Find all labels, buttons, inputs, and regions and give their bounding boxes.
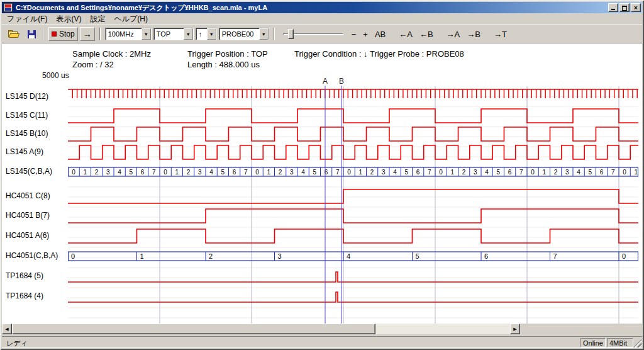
- trigger-position-select[interactable]: TOP▼: [153, 28, 194, 40]
- trigger-edge-value: ↑: [196, 28, 207, 40]
- svg-text:3: 3: [278, 252, 282, 260]
- svg-text:6: 6: [484, 252, 488, 260]
- run-arrow-icon: →: [83, 29, 92, 39]
- svg-text:1: 1: [451, 169, 455, 176]
- open-button[interactable]: [6, 27, 23, 41]
- horizontal-scrollbar: ◀ ▶: [2, 324, 642, 334]
- svg-text:2: 2: [209, 252, 213, 260]
- svg-text:7: 7: [336, 169, 340, 176]
- chevron-down-icon[interactable]: ▼: [207, 28, 216, 40]
- svg-text:3: 3: [474, 169, 477, 176]
- probe-select-value: PROBE00: [219, 28, 259, 40]
- svg-text:1: 1: [140, 252, 144, 260]
- clock-select-value: 100MHz: [106, 28, 142, 40]
- app-icon-detail: [5, 8, 11, 11]
- svg-text:A: A: [323, 77, 328, 86]
- svg-text:7: 7: [244, 169, 248, 176]
- channel-label-hc4051-b: HC4051 B(7): [6, 211, 50, 220]
- scroll-thumb[interactable]: [12, 324, 375, 334]
- zoom-slider-thumb[interactable]: [288, 29, 294, 39]
- menu-file[interactable]: ファイル(F): [3, 13, 52, 25]
- zoom-slider[interactable]: [283, 27, 343, 41]
- jump-b-left-button[interactable]: ←B: [417, 29, 436, 40]
- trigger-edge-select[interactable]: ↑▼: [196, 28, 217, 40]
- svg-text:1: 1: [267, 169, 271, 176]
- svg-text:1: 1: [84, 169, 87, 176]
- svg-text:4: 4: [118, 169, 121, 176]
- scroll-left-button[interactable]: ◀: [2, 324, 12, 334]
- info-zoom: Zoom : / 32: [72, 60, 114, 69]
- svg-text:2: 2: [187, 169, 191, 176]
- svg-text:6: 6: [416, 169, 420, 176]
- info-trigger-position: Trigger Position : TOP: [187, 49, 268, 59]
- channel-label-ls145-a: LS145 A(9): [6, 147, 43, 156]
- stop-button[interactable]: Stop: [48, 27, 78, 41]
- svg-text:2: 2: [279, 169, 282, 176]
- window-controls: ×: [607, 3, 641, 12]
- clock-select[interactable]: 100MHz▼: [105, 28, 152, 40]
- run-button[interactable]: →: [80, 27, 95, 41]
- ab-cursor-button[interactable]: AB: [372, 29, 388, 40]
- channel-label-tp1684-5: TP1684 (5): [6, 271, 43, 280]
- jump-trigger-button[interactable]: →T: [491, 29, 509, 40]
- svg-text:0: 0: [71, 252, 75, 260]
- svg-text:6: 6: [508, 169, 512, 176]
- chevron-down-icon[interactable]: ▼: [142, 28, 151, 40]
- toolbar-separator: [43, 28, 44, 40]
- menu-help[interactable]: ヘルプ(H): [109, 13, 152, 25]
- probe-select[interactable]: PROBE00▼: [219, 28, 269, 40]
- close-button[interactable]: ×: [631, 3, 641, 12]
- status-online: Online: [580, 338, 606, 347]
- save-button[interactable]: [25, 27, 38, 41]
- menu-view[interactable]: 表示(V): [52, 13, 86, 25]
- svg-text:7: 7: [152, 169, 156, 176]
- svg-text:0: 0: [623, 169, 626, 176]
- svg-text:0: 0: [347, 169, 351, 176]
- maximize-button[interactable]: [619, 3, 630, 12]
- jump-b-right-button[interactable]: →B: [464, 29, 483, 40]
- zoom-out-button[interactable]: −: [349, 29, 359, 40]
- open-folder-icon: [8, 30, 20, 39]
- chevron-down-icon[interactable]: ▼: [184, 28, 193, 40]
- svg-text:0: 0: [164, 169, 167, 176]
- waveform-display[interactable]: 0123456701234567012345670123456701234567…: [68, 77, 638, 324]
- scroll-right-button[interactable]: ▶: [510, 324, 520, 334]
- info-sample-clock: Sample Clock : 2MHz: [72, 49, 151, 59]
- channel-label-ls145-b: LS145 B(10): [6, 129, 48, 138]
- info-trigger-probe: Trigger Probe : PROBE08: [370, 49, 464, 59]
- channel-label-ls145-c: LS145 C(11): [6, 111, 48, 120]
- resize-grip[interactable]: [633, 339, 641, 347]
- scroll-track[interactable]: [375, 324, 510, 334]
- svg-text:3: 3: [290, 169, 294, 176]
- minimize-button[interactable]: [608, 3, 618, 12]
- stop-label: Stop: [59, 30, 75, 38]
- menu-settings[interactable]: 設定: [86, 13, 109, 25]
- svg-text:0: 0: [622, 252, 626, 260]
- jump-a-right-button[interactable]: →A: [444, 29, 463, 40]
- svg-text:2: 2: [554, 169, 558, 176]
- menubar: ファイル(F) 表示(V) 設定 ヘルプ(H): [2, 13, 642, 25]
- svg-text:5: 5: [497, 169, 501, 176]
- toolbar: Stop → 100MHz▼ TOP▼ ↑▼ PROBE00▼ − + AB ←…: [2, 25, 642, 43]
- channel-label-ls145-d: LS145 D(12): [6, 92, 48, 101]
- svg-text:5: 5: [221, 169, 225, 176]
- svg-text:4: 4: [577, 169, 580, 176]
- waveform-area: Sample Clock : 2MHz Trigger Position : T…: [2, 43, 642, 324]
- jump-a-left-button[interactable]: ←A: [396, 29, 415, 40]
- app-icon[interactable]: [4, 3, 13, 12]
- svg-text:3: 3: [198, 169, 202, 176]
- toolbar-separator: [99, 28, 101, 40]
- info-length: Length : 488.000 us: [187, 60, 260, 69]
- zoom-in-button[interactable]: +: [360, 29, 370, 40]
- svg-text:5: 5: [130, 169, 133, 176]
- svg-text:6: 6: [600, 169, 604, 176]
- svg-text:4: 4: [485, 169, 489, 176]
- time-scale-label: 5000 us: [42, 71, 69, 80]
- svg-text:7: 7: [553, 252, 557, 260]
- statusbar: レディ Online 4MBit: [2, 336, 642, 348]
- maximize-icon: [622, 6, 627, 11]
- channel-label-ls145-bus: LS145(C,B,A): [6, 167, 52, 176]
- titlebar: C:¥Documents and Settings¥noname¥デスクトップ¥…: [2, 2, 642, 13]
- svg-text:2: 2: [95, 169, 99, 176]
- chevron-down-icon[interactable]: ▼: [259, 28, 269, 40]
